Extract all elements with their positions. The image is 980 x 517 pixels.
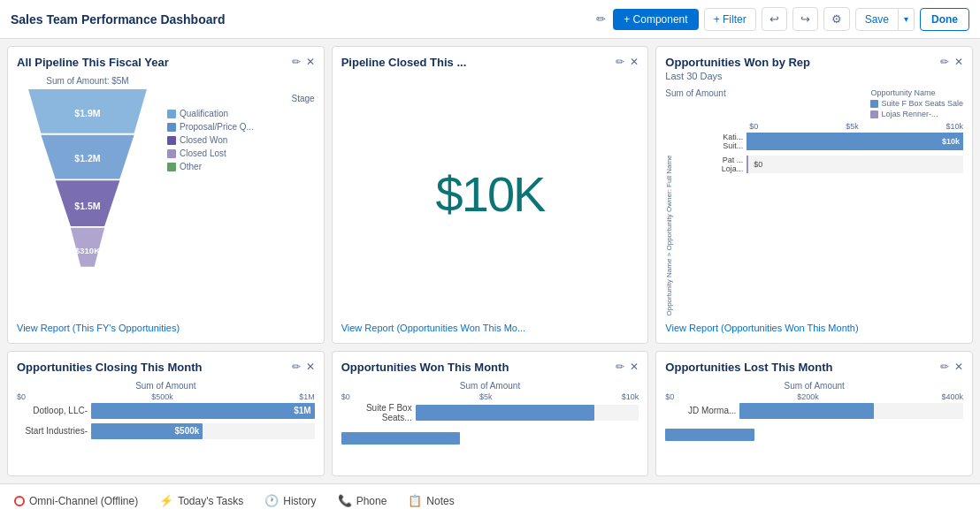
legend-item-suite: Suite F Box Seats Sale xyxy=(870,99,963,108)
card-header: Pipeline Closed This ... ✏ ✕ xyxy=(341,56,639,69)
legend-swatch xyxy=(167,136,176,145)
card-header: Opportunities Won This Month ✏ ✕ xyxy=(341,361,639,374)
axis-labels: $0 $500k $1M xyxy=(17,392,315,401)
redo-button[interactable]: ↪ xyxy=(792,7,818,31)
save-group: Save ▾ xyxy=(855,8,915,31)
view-report-link[interactable]: View Report (This FY's Opportunities) xyxy=(17,323,180,333)
card-actions: ✏ ✕ xyxy=(292,361,315,373)
bar-label: Suite F Box Seats... xyxy=(341,403,412,422)
funnel-chart: Sum of Amount: $5M $1.9M $1.2M $1.5M $31… xyxy=(17,76,158,286)
todays-tasks-label: Today's Tasks xyxy=(178,495,243,507)
card-header: Opportunities Closing This Month ✏ ✕ xyxy=(17,361,315,374)
axis-tick: $5k xyxy=(846,122,859,131)
svg-text:$1.5M: $1.5M xyxy=(74,201,100,211)
sum-label: Sum of Amount xyxy=(17,381,315,391)
axis-labels: $0 $5k $10k xyxy=(341,392,639,401)
close-icon[interactable]: ✕ xyxy=(630,56,639,68)
funnel-legend: Stage Qualification Proposal/Price Q... … xyxy=(167,94,315,171)
edit-icon[interactable]: ✏ xyxy=(596,12,606,26)
notes-item[interactable]: 📋 Notes xyxy=(408,494,454,507)
axis-tick: $0 xyxy=(749,122,758,131)
bar-value: $10k xyxy=(942,137,960,146)
status-circle-icon xyxy=(14,496,25,506)
edit-icon[interactable]: ✏ xyxy=(292,361,301,373)
bar-rows: Kati... Suit... $10k Pat ... xyxy=(681,133,963,316)
card-actions: ✏ ✕ xyxy=(940,361,963,373)
bar-track: $1M xyxy=(91,403,315,419)
card-title-group: Opportunities Won by Rep Last 30 Days xyxy=(665,56,810,81)
bar-fill: $10k xyxy=(746,133,963,150)
bar-row: JD Morma... xyxy=(665,403,963,419)
omni-channel-status[interactable]: Omni-Channel (Offline) xyxy=(14,495,138,507)
save-dropdown-button[interactable]: ▾ xyxy=(899,8,915,31)
card-header: Opportunities Lost This Month ✏ ✕ xyxy=(665,361,963,374)
bar-label: Dotloop, LLC- xyxy=(17,406,88,415)
legend-swatch xyxy=(870,100,878,108)
save-button[interactable]: Save xyxy=(855,8,899,31)
bar-fill xyxy=(341,432,461,445)
legend-label: Proposal/Price Q... xyxy=(180,122,254,132)
edit-icon[interactable]: ✏ xyxy=(940,56,949,68)
view-report-link[interactable]: View Report (Opportunities Won This Mont… xyxy=(665,323,858,333)
bar-chart: Sum of Amount $0 $500k $1M Dotloop, LLC-… xyxy=(17,381,315,467)
phone-icon: 📞 xyxy=(338,494,352,507)
edit-icon[interactable]: ✏ xyxy=(292,56,301,68)
bar-label: Pat ... Loja... xyxy=(681,156,743,173)
bar-track: $500k xyxy=(91,423,315,439)
legend-label: Qualification xyxy=(180,109,228,118)
legend-label: Other xyxy=(180,162,202,171)
axis-tick: $0 xyxy=(665,392,674,401)
undo-button[interactable]: ↩ xyxy=(762,7,787,31)
sum-label: Sum of Amount xyxy=(665,381,963,391)
history-item[interactable]: 🕐 History xyxy=(264,494,316,507)
won-this-month-card: Opportunities Won This Month ✏ ✕ Sum of … xyxy=(332,351,649,476)
done-button[interactable]: Done xyxy=(920,8,969,31)
bar-fill: $500k xyxy=(91,423,203,439)
won-by-rep-chart: Sum of Amount Opportunity Name Suite F B… xyxy=(665,88,963,316)
bar-fill xyxy=(739,403,874,419)
edit-icon[interactable]: ✏ xyxy=(940,361,949,373)
phone-item[interactable]: 📞 Phone xyxy=(338,494,387,507)
axis-labels: $0 $200k $400k xyxy=(665,392,963,401)
closing-this-month-card: Opportunities Closing This Month ✏ ✕ Sum… xyxy=(7,351,325,476)
bar-row: Start Industries- $500k xyxy=(17,423,315,439)
all-pipeline-card: All Pipeline This Fiscal Year ✏ ✕ Sum of… xyxy=(7,46,325,344)
add-component-button[interactable]: + Component xyxy=(613,9,698,30)
history-label: History xyxy=(283,495,316,507)
header: Sales Team Performance Dashboard ✏ + Com… xyxy=(0,0,980,39)
axis-tick: $5k xyxy=(479,392,493,401)
svg-text:$310K: $310K xyxy=(75,246,100,255)
svg-text:$1.2M: $1.2M xyxy=(74,153,100,163)
bar-row: Dotloop, LLC- $1M xyxy=(17,403,315,419)
axis-tick: $400k xyxy=(941,392,963,401)
won-rep-subtitle: Last 30 Days xyxy=(665,71,810,81)
edit-icon[interactable]: ✏ xyxy=(616,56,624,68)
closing-title: Opportunities Closing This Month xyxy=(17,361,202,374)
axis-tick: $0 xyxy=(17,392,26,401)
won-rep-legend: Opportunity Name Suite F Box Seats Sale … xyxy=(870,88,963,118)
legend-item-qualification: Qualification xyxy=(167,109,315,118)
close-icon[interactable]: ✕ xyxy=(306,361,315,373)
won-this-month-title: Opportunities Won This Month xyxy=(341,361,509,374)
todays-tasks-item[interactable]: ⚡ Today's Tasks xyxy=(159,494,243,507)
card-footer: View Report (Opportunities Won This Mo..… xyxy=(341,316,639,334)
axis-tick: $0 xyxy=(341,392,350,401)
pipeline-closed-card: Pipeline Closed This ... ✏ ✕ $10K View R… xyxy=(332,46,649,344)
view-report-link[interactable]: View Report (Opportunities Won This Mo..… xyxy=(341,323,525,333)
axis-tick: $1M xyxy=(299,392,315,401)
edit-icon[interactable]: ✏ xyxy=(616,361,624,373)
close-icon[interactable]: ✕ xyxy=(954,361,963,373)
close-icon[interactable]: ✕ xyxy=(306,56,315,68)
partial-row xyxy=(341,432,639,445)
settings-button[interactable]: ⚙ xyxy=(823,7,850,31)
bar-fill xyxy=(416,405,594,421)
close-icon[interactable]: ✕ xyxy=(630,361,639,373)
bar-row: Kati... Suit... $10k xyxy=(681,133,963,150)
filter-button[interactable]: + Filter xyxy=(704,8,756,31)
legend-label: Closed Lost xyxy=(180,148,226,158)
bar-value: $1M xyxy=(294,406,310,415)
legend-swatch xyxy=(167,163,176,171)
bar-fill xyxy=(746,156,748,173)
close-icon[interactable]: ✕ xyxy=(954,56,963,68)
pipeline-closed-title: Pipeline Closed This ... xyxy=(341,56,467,69)
